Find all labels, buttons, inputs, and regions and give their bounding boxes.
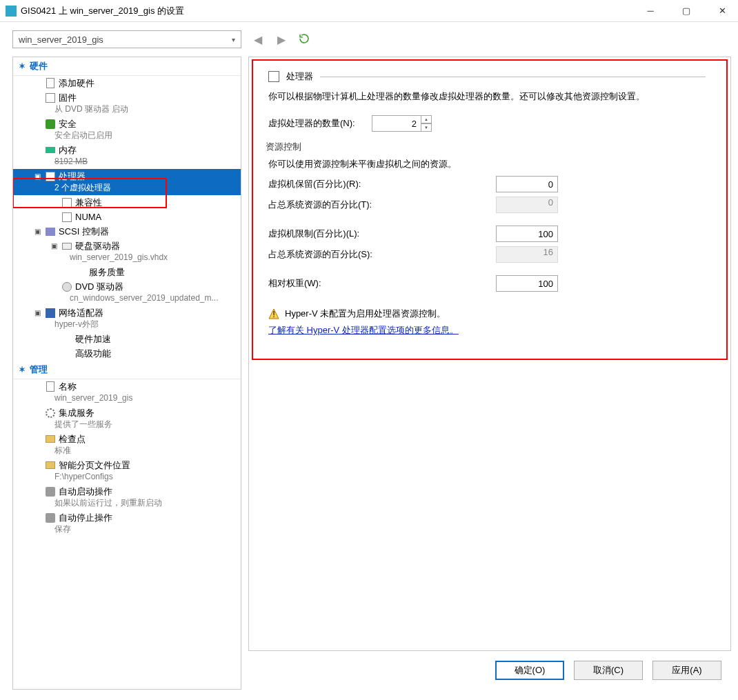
collapse-icon[interactable]: ▣ xyxy=(49,240,59,252)
resource-group-desc: 你可以使用资源控制来平衡虚拟机之间的资源。 xyxy=(268,157,706,171)
tree-compatibility[interactable]: 兼容性 xyxy=(13,195,241,210)
panel-description: 你可以根据物理计算机上处理器的数量修改虚拟处理器的数量。还可以修改其他资源控制设… xyxy=(268,90,706,103)
tree-smartpaging[interactable]: 智能分页文件位置F:\hyperConfigs xyxy=(13,458,241,484)
warning-text: Hyper-V 未配置为启用处理器资源控制。 xyxy=(285,308,446,320)
panel-title: 处理器 xyxy=(286,70,313,83)
panel-header: 处理器 xyxy=(268,70,706,83)
learn-more-link[interactable]: 了解有关 Hyper-V 处理器配置选项的更多信息。 xyxy=(268,324,459,337)
limit-label: 虚拟机限制(百分比)(L): xyxy=(268,228,496,240)
tree-firmware[interactable]: 固件从 DVD 驱动器 启动 xyxy=(13,90,241,117)
chevron-down-icon: ▾ xyxy=(232,36,235,43)
tree-security[interactable]: 安全安全启动已启用 xyxy=(13,117,241,143)
top-row: win_server_2019_gis ▾ ◀ ▶ xyxy=(12,30,731,48)
refresh-button[interactable] xyxy=(298,32,310,47)
warning-icon: ! xyxy=(268,308,279,319)
limit-pct-value: 16 xyxy=(496,246,558,263)
titlebar: GIS0421 上 win_server_2019_gis 的设置 ─ ▢ ✕ xyxy=(0,0,738,22)
vp-count-spinner[interactable]: ▲▼ xyxy=(421,115,432,132)
nav-forward-button[interactable]: ▶ xyxy=(275,32,288,48)
tree-autostop[interactable]: 自动停止操作保存 xyxy=(13,510,241,537)
tree-hw-accel[interactable]: 硬件加速 xyxy=(13,332,241,346)
tree-scsi[interactable]: ▣SCSI 控制器 xyxy=(13,224,241,239)
settings-tree[interactable]: ✶硬件 添加硬件 固件从 DVD 驱动器 启动 安全安全启动已启用 内存8192… xyxy=(12,57,241,690)
collapse-icon[interactable]: ▣ xyxy=(32,170,42,182)
detail-panel: 处理器 你可以根据物理计算机上处理器的数量修改虚拟处理器的数量。还可以修改其他资… xyxy=(248,57,731,651)
tree-dvd[interactable]: DVD 驱动器cn_windows_server_2019_updated_m.… xyxy=(13,279,241,306)
apply-button[interactable]: 应用(A) xyxy=(652,661,721,680)
svg-text:!: ! xyxy=(272,309,275,319)
collapse-icon[interactable]: ▣ xyxy=(32,226,42,237)
reserve-pct-label: 占总系统资源的百分比(T): xyxy=(268,199,496,211)
resource-group-title: 资源控制 xyxy=(266,141,706,153)
weight-label: 相对权重(W): xyxy=(268,277,496,290)
tree-numa[interactable]: NUMA xyxy=(13,210,241,224)
reserve-label: 虚拟机保留(百分比)(R): xyxy=(268,178,496,190)
tree-add-hardware[interactable]: 添加硬件 xyxy=(13,76,241,90)
ok-button[interactable]: 确定(O) xyxy=(495,661,564,680)
vp-count-input[interactable] xyxy=(372,115,421,132)
cancel-button[interactable]: 取消(C) xyxy=(574,661,643,680)
maximize-button[interactable]: ▢ xyxy=(670,0,702,21)
tree-qos[interactable]: 服务质量 xyxy=(13,265,241,279)
reserve-pct-value: 0 xyxy=(496,197,558,213)
collapse-icon[interactable]: ▣ xyxy=(32,307,42,319)
warning-row: ! Hyper-V 未配置为启用处理器资源控制。 xyxy=(268,308,706,320)
vp-count-label: 虚拟处理器的数量(N): xyxy=(268,117,372,130)
reserve-input[interactable] xyxy=(496,176,558,192)
tree-name[interactable]: 名称win_server_2019_gis xyxy=(13,379,241,406)
app-icon xyxy=(6,6,17,17)
category-management[interactable]: ✶管理 xyxy=(13,361,241,379)
window-title: GIS0421 上 win_server_2019_gis 的设置 xyxy=(21,5,184,17)
tree-nic[interactable]: ▣网络适配器hyper-v外部 xyxy=(13,306,241,332)
weight-input[interactable] xyxy=(496,275,558,292)
tree-autostart[interactable]: 自动启动操作如果以前运行过，则重新启动 xyxy=(13,484,241,510)
processor-icon xyxy=(268,71,279,82)
tree-checkpoint[interactable]: 检查点标准 xyxy=(13,432,241,458)
tree-processor[interactable]: ▣处理器2 个虚拟处理器 xyxy=(13,169,241,195)
limit-input[interactable] xyxy=(496,226,558,242)
tree-hdd[interactable]: ▣硬盘驱动器win_server_2019_gis.vhdx xyxy=(13,239,241,265)
close-button[interactable]: ✕ xyxy=(706,0,738,21)
category-hardware[interactable]: ✶硬件 xyxy=(13,57,241,76)
tree-adv-features[interactable]: 高级功能 xyxy=(13,346,241,361)
vm-selector[interactable]: win_server_2019_gis ▾ xyxy=(12,30,241,48)
minimize-button[interactable]: ─ xyxy=(635,0,666,21)
limit-pct-label: 占总系统资源的百分比(S): xyxy=(268,248,496,261)
tree-memory[interactable]: 内存8192 MB xyxy=(13,143,241,169)
nav-back-button[interactable]: ◀ xyxy=(251,32,265,48)
vm-selector-value: win_server_2019_gis xyxy=(19,34,103,45)
button-row: 确定(O) 取消(C) 应用(A) xyxy=(248,651,731,690)
tree-integration[interactable]: 集成服务提供了一些服务 xyxy=(13,406,241,432)
